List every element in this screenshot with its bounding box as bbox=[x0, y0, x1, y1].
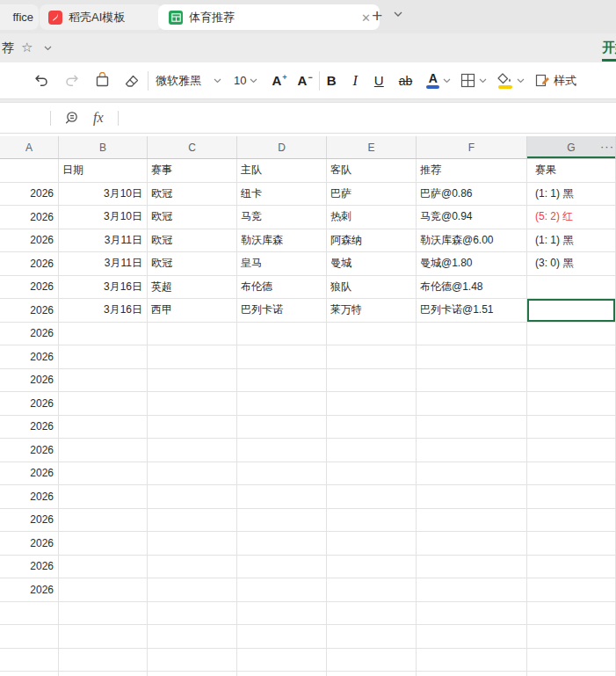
cell-B2[interactable]: 3月10日 bbox=[59, 183, 148, 207]
cell-F23[interactable] bbox=[417, 672, 527, 676]
cell-A13[interactable]: 2026 bbox=[0, 439, 59, 462]
cell-F3[interactable]: 马竞@0.94 bbox=[417, 206, 527, 229]
cell-G20[interactable] bbox=[527, 602, 616, 626]
cell-C8[interactable] bbox=[148, 323, 237, 346]
cell-C4[interactable]: 欧冠 bbox=[148, 229, 237, 253]
cell-B9[interactable] bbox=[59, 345, 148, 369]
cell-D14[interactable] bbox=[237, 462, 327, 486]
cell-B1[interactable]: 日期 bbox=[59, 159, 148, 183]
cell-D1[interactable]: 主队 bbox=[237, 159, 327, 183]
cell-A12[interactable]: 2026 bbox=[0, 416, 59, 440]
cell-B3[interactable]: 3月10日 bbox=[59, 206, 148, 229]
cell-A19[interactable]: 2026 bbox=[0, 578, 59, 602]
cell-F2[interactable]: 巴萨@0.86 bbox=[417, 183, 527, 207]
cell-B22[interactable] bbox=[59, 649, 148, 672]
cell-C21[interactable] bbox=[148, 625, 237, 649]
cell-E1[interactable]: 客队 bbox=[327, 159, 417, 183]
cell-F6[interactable]: 布伦德@1.48 bbox=[417, 276, 527, 300]
cell-A4[interactable]: 2026 bbox=[0, 229, 59, 253]
cell-G10[interactable] bbox=[527, 369, 616, 393]
cell-E19[interactable] bbox=[327, 578, 417, 602]
cell-F21[interactable] bbox=[417, 625, 527, 649]
cell-A10[interactable]: 2026 bbox=[0, 369, 59, 393]
cell-A15[interactable]: 2026 bbox=[0, 485, 59, 509]
strikethrough-button[interactable]: ab bbox=[399, 74, 413, 88]
cell-E4[interactable]: 阿森纳 bbox=[327, 229, 417, 253]
cell-B23[interactable] bbox=[59, 672, 148, 676]
cell-G21[interactable] bbox=[527, 625, 616, 649]
cell-G6[interactable] bbox=[527, 276, 616, 300]
cell-F12[interactable] bbox=[417, 416, 527, 440]
cell-D23[interactable] bbox=[237, 672, 327, 676]
font-color-chevron-icon[interactable] bbox=[443, 78, 451, 84]
cell-B5[interactable]: 3月11日 bbox=[59, 252, 148, 276]
cell-G19[interactable] bbox=[527, 578, 616, 602]
borders-chevron-icon[interactable] bbox=[479, 78, 487, 84]
decrease-font-size-button[interactable]: A− bbox=[298, 73, 312, 88]
font-name-select[interactable]: 微软雅黑 bbox=[156, 73, 221, 89]
cell-E8[interactable] bbox=[327, 323, 417, 346]
column-header-F[interactable]: F bbox=[417, 136, 527, 158]
cell-D5[interactable]: 皇马 bbox=[237, 252, 327, 276]
cell-B21[interactable] bbox=[59, 625, 148, 649]
column-more-menu-icon[interactable]: ··· bbox=[600, 140, 614, 153]
cell-D2[interactable]: 纽卡 bbox=[237, 183, 327, 207]
font-color-button[interactable]: A bbox=[426, 72, 439, 89]
cell-A23[interactable] bbox=[0, 672, 59, 676]
cell-G5[interactable]: (3: 0) 黑 bbox=[527, 252, 616, 276]
cell-A6[interactable]: 2026 bbox=[0, 276, 59, 300]
cell-E18[interactable] bbox=[327, 556, 417, 579]
cell-E22[interactable] bbox=[327, 649, 417, 672]
cell-B14[interactable] bbox=[59, 462, 148, 486]
cell-A16[interactable]: 2026 bbox=[0, 509, 59, 533]
cell-E7[interactable]: 莱万特 bbox=[327, 299, 417, 323]
cell-G3[interactable]: (5: 2) 红 bbox=[527, 206, 616, 229]
cell-A3[interactable]: 2026 bbox=[0, 206, 59, 229]
tab-active-document[interactable]: 体育推荐 ✕ bbox=[158, 4, 380, 30]
cell-C23[interactable] bbox=[148, 672, 237, 676]
cell-C5[interactable]: 欧冠 bbox=[148, 252, 237, 276]
font-size-select[interactable]: 10 bbox=[234, 74, 257, 87]
cell-A2[interactable]: 2026 bbox=[0, 183, 59, 207]
cell-C22[interactable] bbox=[148, 649, 237, 672]
column-header-A[interactable]: A bbox=[0, 136, 59, 158]
cell-C20[interactable] bbox=[148, 602, 237, 626]
underline-button[interactable]: U bbox=[374, 73, 384, 88]
cell-style-label[interactable]: 样式 bbox=[554, 73, 576, 89]
cell-E10[interactable] bbox=[327, 369, 417, 393]
cell-D16[interactable] bbox=[237, 509, 327, 533]
cell-F14[interactable] bbox=[417, 462, 527, 486]
cell-A17[interactable]: 2026 bbox=[0, 532, 59, 556]
title-chevron-icon[interactable] bbox=[44, 46, 52, 51]
cell-F13[interactable] bbox=[417, 439, 527, 462]
cell-B18[interactable] bbox=[59, 556, 148, 579]
cell-A11[interactable]: 2026 bbox=[0, 392, 59, 416]
cell-D20[interactable] bbox=[237, 602, 327, 626]
cell-C16[interactable] bbox=[148, 509, 237, 533]
cell-E11[interactable] bbox=[327, 392, 417, 416]
cell-D13[interactable] bbox=[237, 439, 327, 462]
cell-A5[interactable]: 2026 bbox=[0, 252, 59, 276]
cell-A7[interactable]: 2026 bbox=[0, 299, 59, 323]
cell-D15[interactable] bbox=[237, 485, 327, 509]
cell-E2[interactable]: 巴萨 bbox=[327, 183, 417, 207]
cell-E5[interactable]: 曼城 bbox=[327, 252, 417, 276]
cell-C9[interactable] bbox=[148, 345, 237, 369]
column-header-D[interactable]: D bbox=[237, 136, 327, 158]
increase-font-size-button[interactable]: A+ bbox=[272, 73, 286, 88]
cell-E17[interactable] bbox=[327, 532, 417, 556]
italic-button[interactable]: I bbox=[353, 73, 358, 89]
cell-B20[interactable] bbox=[59, 602, 148, 626]
cell-E16[interactable] bbox=[327, 509, 417, 533]
cell-C14[interactable] bbox=[148, 462, 237, 486]
column-header-E[interactable]: E bbox=[327, 136, 417, 158]
cell-F15[interactable] bbox=[417, 485, 527, 509]
cell-C3[interactable]: 欧冠 bbox=[148, 206, 237, 229]
cell-C10[interactable] bbox=[148, 369, 237, 393]
tab-docer-templates[interactable]: 稻壳AI模板 bbox=[40, 4, 163, 30]
cell-D4[interactable]: 勒沃库森 bbox=[237, 229, 327, 253]
cell-A8[interactable]: 2026 bbox=[0, 323, 59, 346]
cell-G4[interactable]: (1: 1) 黑 bbox=[527, 229, 616, 253]
cell-F7[interactable]: 巴列卡诺@1.51 bbox=[417, 299, 527, 323]
cell-C1[interactable]: 赛事 bbox=[148, 159, 237, 183]
